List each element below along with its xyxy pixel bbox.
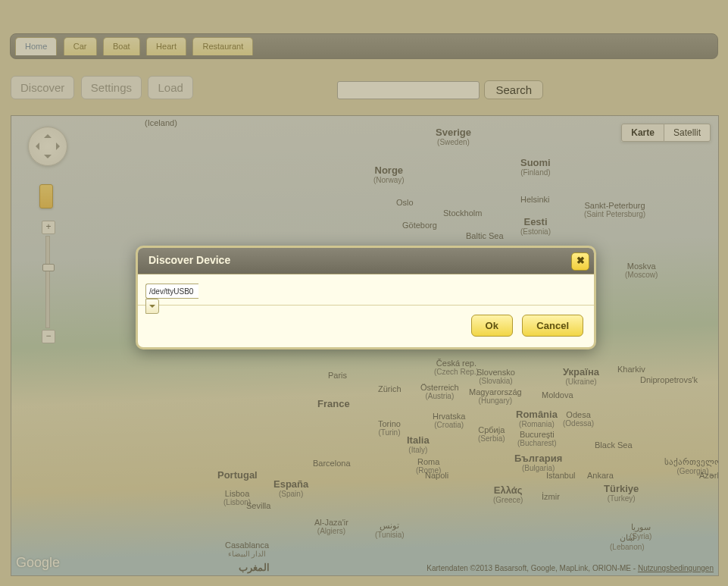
cancel-button[interactable]: Cancel [522,315,583,337]
device-select-input[interactable] [145,284,198,299]
ok-button[interactable]: Ok [471,315,513,337]
chevron-down-icon[interactable] [145,299,159,314]
dialog-body [138,274,594,306]
dialog-titlebar[interactable]: Discover Device ✖ [138,248,594,274]
device-combo [145,284,215,299]
discover-dialog: Discover Device ✖ Ok Cancel [136,246,596,349]
dialog-title: Discover Device [148,254,230,266]
close-icon[interactable]: ✖ [571,252,589,271]
dialog-footer: Ok Cancel [138,306,594,347]
